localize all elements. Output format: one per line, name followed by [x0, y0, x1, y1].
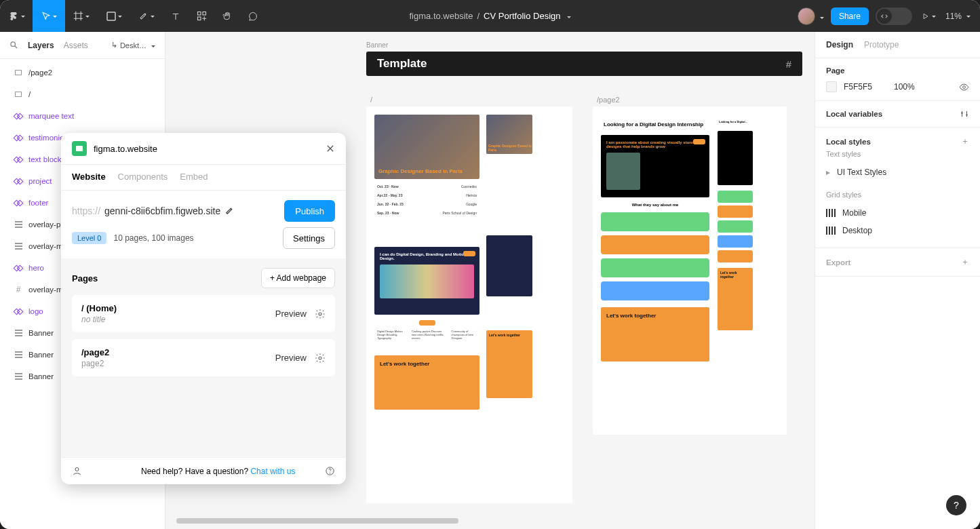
embed-tab[interactable]: Embed: [180, 172, 208, 182]
grid-style-item[interactable]: Desktop: [826, 222, 969, 239]
artboard-home[interactable]: Graphic Designer Based in Paris Oct. 23 …: [366, 106, 572, 503]
ui-text-styles-item[interactable]: ▸ UI Text Styles: [826, 163, 969, 181]
main-menu-button[interactable]: [0, 0, 33, 32]
search-icon[interactable]: [9, 41, 18, 50]
frame-tool-button[interactable]: [65, 0, 98, 32]
grid-style-item[interactable]: Mobile: [826, 204, 969, 222]
page-section-label: Page: [826, 66, 969, 75]
svg-point-14: [330, 473, 330, 473]
comment-tool-button[interactable]: [240, 0, 266, 32]
plugin-modal: figma.to.website Website Components Embe…: [61, 133, 346, 484]
svg-rect-7: [197, 17, 201, 20]
add-webpage-button[interactable]: + Add webpage: [261, 268, 335, 288]
layer-item[interactable]: /: [0, 83, 165, 105]
website-tab[interactable]: Website: [72, 172, 106, 182]
svg-point-10: [319, 313, 321, 315]
svg-point-11: [319, 357, 321, 359]
frame-1-label[interactable]: /: [370, 96, 372, 104]
text-styles-label: Text styles: [826, 150, 969, 158]
text-tool-button[interactable]: [163, 0, 189, 32]
page-card[interactable]: / (Home)no titlePreview: [72, 295, 335, 332]
layer-item[interactable]: marquee text: [0, 105, 165, 127]
gear-icon[interactable]: [315, 309, 326, 319]
svg-point-12: [75, 468, 79, 471]
variables-settings-icon[interactable]: [960, 109, 969, 119]
present-button[interactable]: [919, 0, 939, 32]
level-badge[interactable]: Level 0: [72, 232, 106, 244]
user-icon[interactable]: [72, 466, 82, 476]
project-name: figma.to.website: [409, 11, 473, 21]
assets-tab[interactable]: Assets: [64, 41, 88, 50]
pen-tool-button[interactable]: [130, 0, 163, 32]
add-export-icon[interactable]: ＋: [961, 256, 969, 268]
gear-icon[interactable]: [315, 353, 326, 364]
svg-point-8: [11, 42, 16, 46]
help-fab[interactable]: ?: [946, 495, 966, 515]
banner-frame-label: Banner: [366, 41, 802, 49]
add-style-icon[interactable]: ＋: [961, 136, 969, 147]
svg-rect-4: [107, 12, 115, 20]
chat-link[interactable]: Chat with us: [250, 467, 295, 476]
preview-link[interactable]: Preview: [275, 309, 307, 319]
hash-icon: #: [786, 58, 791, 70]
page-card[interactable]: /page2page2Preview: [72, 339, 335, 376]
pages-info: 10 pages, 100 images: [113, 233, 193, 243]
dev-mode-toggle[interactable]: [876, 7, 912, 25]
right-panel: Design Prototype Page F5F5F5 100% Local …: [815, 32, 980, 529]
chevron-down-icon[interactable]: [565, 11, 571, 21]
plugin-title: figma.to.website: [94, 144, 157, 154]
help-icon[interactable]: [325, 466, 335, 476]
visibility-icon[interactable]: [959, 82, 969, 92]
edit-url-icon[interactable]: [224, 206, 234, 216]
page-selector[interactable]: ↳ Deskt…: [111, 41, 155, 50]
banner-frame[interactable]: Template #: [366, 52, 802, 76]
svg-rect-5: [197, 12, 201, 16]
file-name: CV Portfolio Design: [484, 11, 560, 21]
shape-tool-button[interactable]: [98, 0, 130, 32]
frame-2-label[interactable]: /page2: [597, 96, 620, 104]
local-styles-label: Local styles: [826, 138, 871, 146]
preview-link[interactable]: Preview: [275, 353, 307, 363]
local-variables-label: Local variables: [826, 110, 882, 118]
page-bg-hex[interactable]: F5F5F5: [844, 82, 872, 92]
page-bg-swatch[interactable]: [826, 81, 837, 92]
grid-styles-label: Grid styles: [826, 191, 969, 199]
publish-button[interactable]: Publish: [284, 200, 335, 222]
toolbar-left: [0, 0, 266, 32]
design-tab[interactable]: Design: [826, 40, 853, 50]
pages-header: Pages: [72, 273, 98, 283]
resources-button[interactable]: [189, 0, 214, 32]
share-button[interactable]: Share: [831, 7, 869, 25]
components-tab[interactable]: Components: [118, 172, 168, 182]
site-url[interactable]: https://genni-c8ii6cbfim.figweb.site: [72, 205, 279, 216]
layer-item[interactable]: /page2: [0, 62, 165, 83]
move-tool-button[interactable]: [33, 0, 65, 32]
artboard-page2[interactable]: Looking for a Digital Design Internship …: [593, 106, 787, 435]
file-title[interactable]: figma.to.website / CV Portfolio Design: [409, 11, 570, 21]
user-avatar[interactable]: [798, 7, 824, 25]
svg-rect-6: [203, 12, 206, 16]
toolbar-right: Share 11%: [798, 0, 980, 32]
page-bg-opacity[interactable]: 100%: [894, 82, 915, 92]
prototype-tab[interactable]: Prototype: [864, 40, 899, 50]
top-toolbar: figma.to.website / CV Portfolio Design S…: [0, 0, 980, 32]
close-icon[interactable]: [326, 144, 335, 153]
zoom-level[interactable]: 11%: [945, 12, 971, 21]
chevron-right-icon: ▸: [826, 168, 830, 177]
layers-tab[interactable]: Layers: [28, 41, 54, 50]
hand-tool-button[interactable]: [214, 0, 240, 32]
help-text: Need help? Have a question? Chat with us: [141, 467, 295, 476]
svg-point-9: [963, 85, 966, 88]
plugin-app-icon: [72, 141, 87, 156]
horizontal-scrollbar[interactable]: [176, 518, 804, 525]
export-label: Export: [826, 258, 850, 267]
settings-button[interactable]: Settings: [283, 227, 335, 249]
